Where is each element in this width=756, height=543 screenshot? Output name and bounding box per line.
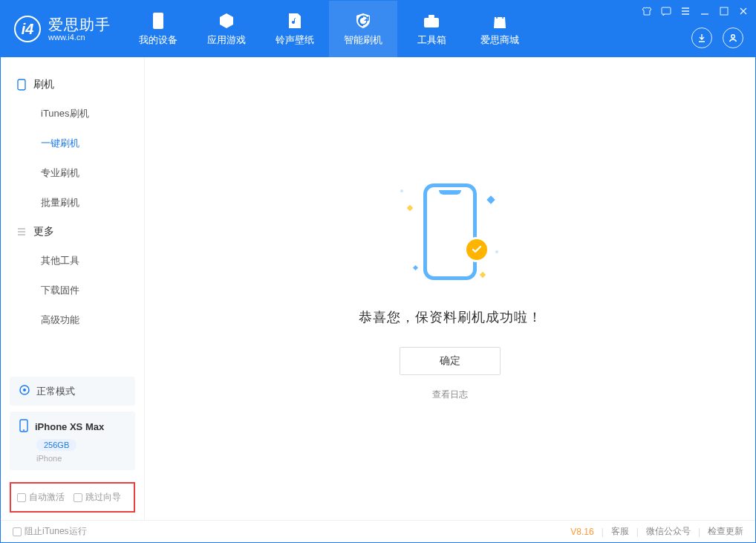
sidebar-item-other-tools[interactable]: 其他工具 [1, 246, 144, 276]
version-label: V8.16 [570, 527, 593, 537]
svg-rect-3 [662, 7, 671, 14]
tab-my-device[interactable]: 我的设备 [124, 1, 192, 57]
app-header: i4 爱思助手 www.i4.cn 我的设备 应用游戏 铃声壁纸 智能刷机 工具… [1, 1, 755, 57]
success-illustration [394, 176, 506, 287]
tab-label: 应用游戏 [207, 33, 246, 47]
svg-rect-2 [428, 15, 434, 18]
tab-label: 我的设备 [139, 33, 177, 47]
phone-outline-icon [16, 79, 27, 91]
checkbox-label: 跳过向导 [85, 491, 121, 504]
footer-right: V8.16 | 客服 | 微信公众号 | 检查更新 [570, 525, 743, 538]
check-badge-icon [464, 237, 489, 262]
logo-text: 爱思助手 www.i4.cn [48, 16, 111, 42]
group-label: 更多 [33, 225, 54, 238]
device-status-card[interactable]: 正常模式 [10, 377, 135, 406]
device-name-row: iPhone XS Max [19, 419, 126, 435]
toolbox-icon [422, 11, 441, 30]
tab-store[interactable]: 爱思商城 [466, 1, 534, 57]
svg-point-5 [731, 35, 735, 39]
sidebar: 刷机 iTunes刷机 一键刷机 专业刷机 批量刷机 更多 其他工具 下载固件 … [1, 57, 145, 520]
footer-link-wechat[interactable]: 微信公众号 [646, 525, 691, 538]
checkbox-icon [13, 527, 22, 536]
tshirt-icon[interactable] [641, 5, 653, 17]
sidebar-item-batch[interactable]: 批量刷机 [1, 188, 144, 218]
app-subtitle: www.i4.cn [48, 33, 111, 42]
music-file-icon [285, 11, 304, 30]
tab-label: 工具箱 [417, 33, 446, 47]
group-label: 刷机 [33, 78, 54, 91]
success-message: 恭喜您，保资料刷机成功啦！ [359, 308, 542, 326]
sidebar-item-download-fw[interactable]: 下载固件 [1, 276, 144, 305]
menu-icon[interactable] [680, 5, 691, 17]
download-button[interactable] [691, 27, 712, 48]
main-content: 恭喜您，保资料刷机成功啦！ 确定 查看日志 [145, 57, 755, 520]
sidebar-group-more: 更多 [1, 218, 144, 246]
checkbox-stop-itunes[interactable]: 阻止iTunes运行 [13, 525, 87, 538]
sidebar-group-flash: 刷机 [1, 71, 144, 99]
close-button[interactable] [737, 5, 749, 17]
list-icon [16, 226, 27, 238]
header-right-icons [691, 27, 743, 48]
footer-link-service[interactable]: 客服 [611, 525, 629, 538]
logo-icon: i4 [14, 16, 41, 42]
device-capacity-badge: 256GB [36, 439, 76, 451]
titlebar-controls [641, 5, 749, 17]
svg-point-8 [23, 388, 26, 391]
checkbox-skip-guide[interactable]: 跳过向导 [74, 491, 121, 504]
checkbox-icon [74, 493, 82, 502]
tab-ring-wallpaper[interactable]: 铃声壁纸 [261, 1, 329, 57]
bag-icon [490, 11, 509, 30]
shield-refresh-icon [353, 11, 373, 30]
footer-link-update[interactable]: 检查更新 [708, 525, 743, 538]
svg-rect-4 [720, 7, 728, 15]
view-log-link[interactable]: 查看日志 [432, 388, 468, 401]
phone-illustration-icon [423, 183, 477, 280]
svg-rect-6 [18, 79, 25, 90]
device-name: iPhone XS Max [35, 421, 104, 432]
user-button[interactable] [723, 27, 743, 48]
tab-toolbox[interactable]: 工具箱 [397, 1, 466, 57]
tab-apps-games[interactable]: 应用游戏 [192, 1, 261, 57]
sidebar-item-onekey[interactable]: 一键刷机 [1, 129, 144, 158]
checkbox-label: 自动激活 [29, 491, 65, 504]
sidebar-item-advanced[interactable]: 高级功能 [1, 305, 144, 335]
status-label: 正常模式 [36, 385, 75, 398]
flash-options-highlighted: 自动激活 跳过向导 [10, 482, 135, 513]
status-dot-icon [19, 384, 30, 398]
minimize-button[interactable] [699, 5, 711, 17]
checkbox-label: 阻止iTunes运行 [25, 525, 87, 538]
svg-rect-0 [153, 13, 163, 29]
feedback-icon[interactable] [660, 5, 672, 17]
sidebar-top: 刷机 iTunes刷机 一键刷机 专业刷机 批量刷机 更多 其他工具 下载固件 … [1, 57, 144, 371]
nav-tabs: 我的设备 应用游戏 铃声壁纸 智能刷机 工具箱 爱思商城 [124, 1, 534, 57]
device-type: iPhone [36, 454, 126, 463]
sidebar-item-itunes[interactable]: iTunes刷机 [1, 99, 144, 129]
checkbox-auto-activate[interactable]: 自动激活 [17, 491, 65, 504]
sidebar-item-pro[interactable]: 专业刷机 [1, 158, 144, 188]
tab-smart-flash[interactable]: 智能刷机 [329, 1, 397, 57]
footer-bar: 阻止iTunes运行 V8.16 | 客服 | 微信公众号 | 检查更新 [1, 520, 755, 542]
svg-point-10 [23, 429, 25, 431]
device-phone-icon [19, 419, 29, 435]
maximize-button[interactable] [718, 5, 730, 17]
logo-area: i4 爱思助手 www.i4.cn [1, 1, 124, 57]
app-title: 爱思助手 [48, 16, 111, 33]
tab-label: 铃声壁纸 [276, 33, 314, 47]
tab-label: 智能刷机 [344, 33, 382, 47]
tab-label: 爱思商城 [480, 33, 519, 47]
footer-left: 阻止iTunes运行 [13, 525, 87, 538]
app-body: 刷机 iTunes刷机 一键刷机 专业刷机 批量刷机 更多 其他工具 下载固件 … [1, 57, 755, 520]
device-card[interactable]: iPhone XS Max 256GB iPhone [10, 412, 135, 470]
svg-rect-1 [424, 18, 439, 27]
ok-button[interactable]: 确定 [400, 347, 501, 375]
phone-icon [149, 11, 168, 30]
checkbox-icon [17, 493, 26, 502]
cube-icon [217, 11, 236, 30]
